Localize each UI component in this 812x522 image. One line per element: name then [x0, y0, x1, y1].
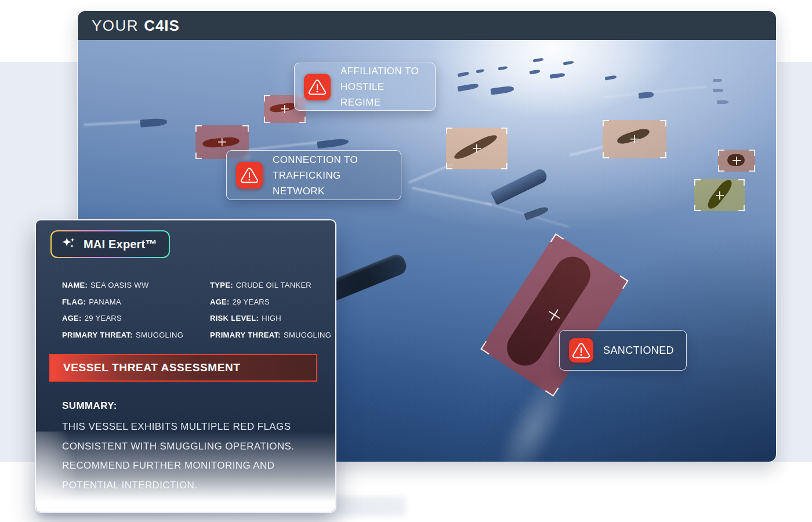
window-title: YOUR — [92, 17, 139, 35]
detail-label: TYPE: — [210, 281, 233, 289]
vessel-detection-box[interactable] — [446, 128, 507, 169]
summary-line: POTENTIAL INTERDICTION. — [62, 476, 318, 495]
detail-label: AGE: — [62, 314, 82, 322]
detail-row: TYPE:CRUDE OIL TANKER — [210, 281, 331, 289]
detail-row: NAME:SEA OASIS WW — [62, 281, 183, 289]
alert-trafficking-network[interactable]: CONNECTION TO TRAFFICKING NETWORK — [226, 150, 401, 200]
mai-expert-badge-inner: MAI Expert™ — [52, 231, 169, 257]
detail-value: HIGH — [262, 314, 281, 322]
ship-wake — [412, 187, 492, 205]
detail-value: CRUDE OIL TANKER — [236, 281, 311, 289]
ship-wake — [570, 146, 604, 156]
vessel-silhouette — [713, 89, 723, 92]
mai-expert-badge[interactable]: MAI Expert™ — [50, 230, 170, 258]
vessel-silhouette — [498, 66, 508, 71]
detail-value: SMUGGLING — [284, 331, 331, 339]
vessel-silhouette — [269, 102, 296, 113]
detail-value: 29 YEARS — [85, 314, 122, 322]
cargo-ship — [491, 167, 549, 205]
warning-triangle-icon — [569, 338, 593, 362]
detail-label: PRIMARY THREAT: — [210, 331, 281, 339]
detail-row: PRIMARY THREAT:SMUGGLING — [210, 331, 331, 339]
vessel-detection-box[interactable] — [603, 120, 666, 158]
detail-value: PANAMA — [89, 298, 121, 306]
sparkles-icon — [61, 235, 76, 253]
detail-label: AGE: — [210, 298, 230, 306]
vessel-detection-box-sanctioned[interactable] — [480, 233, 628, 396]
detail-label: RISK LEVEL: — [210, 314, 259, 322]
vessel-silhouette — [705, 177, 734, 211]
vessel-silhouette — [202, 136, 240, 148]
vessel-silhouette — [616, 126, 651, 146]
vessel-silhouette — [717, 100, 728, 104]
detail-row: RISK LEVEL:HIGH — [210, 314, 331, 322]
vessel-silhouette — [533, 57, 544, 62]
window-titlebar: YOUR C4IS — [78, 11, 776, 40]
window-title-bold: C4IS — [144, 17, 180, 35]
vessel-silhouette — [605, 75, 617, 80]
detail-value: SMUGGLING — [136, 331, 183, 339]
detail-row: FLAG:PANAMA — [62, 298, 183, 306]
alert-label: SANCTIONED — [603, 343, 674, 358]
mai-expert-panel: MAI Expert™ NAME:SEA OASIS WW FLAG:PANAM… — [35, 219, 336, 513]
alert-sanctioned[interactable]: SANCTIONED — [559, 330, 687, 371]
vessel-silhouette — [639, 92, 654, 99]
threat-summary: SUMMARY: THIS VESSEL EXHIBITS MULTIPLE R… — [62, 400, 318, 495]
vessel-silhouette — [140, 118, 168, 127]
vessel-silhouette — [457, 83, 478, 92]
vessel-silhouette — [490, 85, 514, 95]
vessel-silhouette — [458, 71, 470, 77]
ship-wake — [84, 121, 142, 125]
summary-label: SUMMARY: — [62, 400, 318, 412]
summary-line: CONSISTENT WITH SMUGGLING OPERATIONS. — [62, 437, 318, 456]
detail-label: PRIMARY THREAT: — [62, 331, 133, 339]
vessel-silhouette — [727, 154, 745, 166]
vessel-silhouette — [476, 69, 485, 74]
ship-wake — [603, 86, 706, 99]
vessel-detection-box[interactable] — [694, 179, 745, 211]
warning-triangle-icon — [304, 74, 331, 100]
summary-line: THIS VESSEL EXHIBITS MULTIPLE RED FLAGS — [62, 417, 318, 437]
summary-line: RECOMMEND FURTHER MONITORING AND — [62, 456, 318, 476]
page: YOUR C4IS — [0, 0, 812, 522]
vessel-silhouette — [563, 60, 574, 65]
vessel-silhouette — [452, 132, 499, 162]
badge-label: MAI Expert™ — [84, 238, 157, 251]
ship-wake — [248, 141, 323, 151]
vessel-silhouette — [713, 79, 722, 82]
warning-triangle-icon — [236, 162, 263, 188]
vessel-silhouette — [530, 69, 541, 74]
detail-row: PRIMARY THREAT:SMUGGLING — [62, 331, 183, 339]
detail-label: FLAG: — [62, 298, 86, 306]
alert-label: CONNECTION TO TRAFFICKING NETWORK — [273, 152, 392, 199]
alert-hostile-regime[interactable]: AFFILIATION TO HOSTILE REGIME — [294, 63, 436, 111]
detail-row: AGE:29 YEARS — [62, 314, 183, 322]
vessel-threat-assessment-banner: VESSEL THREAT ASSESSMENT — [49, 354, 317, 382]
detail-row: AGE:29 YEARS — [210, 298, 331, 306]
vessel-silhouette — [317, 138, 349, 148]
vessel-details-left: NAME:SEA OASIS WW FLAG:PANAMA AGE:29 YEA… — [62, 281, 183, 347]
detail-value: SEA OASIS WW — [90, 281, 148, 289]
detail-value: 29 YEARS — [233, 298, 270, 306]
detail-label: NAME: — [62, 281, 88, 289]
vessel-silhouette — [550, 72, 566, 79]
vessel-detection-box[interactable] — [718, 150, 755, 172]
alert-label: AFFILIATION TO HOSTILE REGIME — [340, 63, 426, 110]
assessment-title: VESSEL THREAT ASSESSMENT — [63, 361, 240, 374]
vessel-details-right: TYPE:CRUDE OIL TANKER AGE:29 YEARS RISK … — [210, 281, 331, 347]
